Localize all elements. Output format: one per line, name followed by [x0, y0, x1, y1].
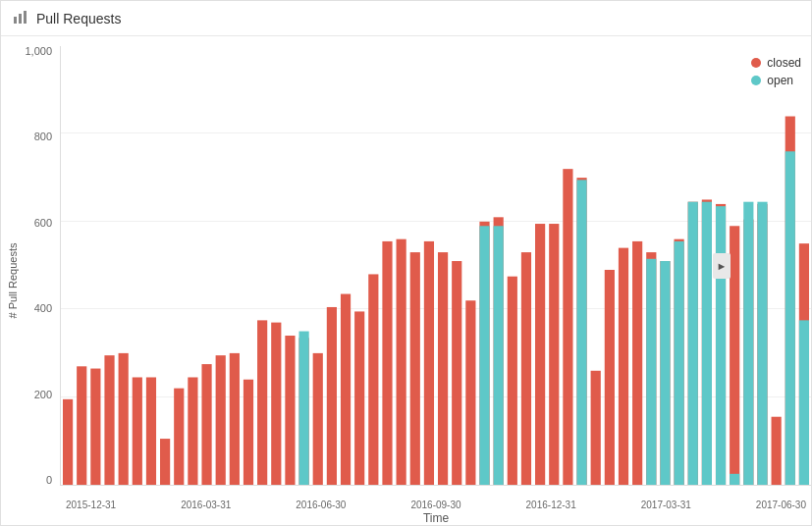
x-label-1: 2015-12-31	[66, 500, 116, 510]
svg-rect-10	[160, 439, 170, 485]
svg-rect-39	[521, 252, 531, 485]
y-label-200: 200	[34, 390, 52, 400]
svg-rect-37	[494, 226, 504, 485]
svg-rect-41	[549, 224, 559, 485]
svg-rect-46	[605, 270, 615, 485]
svg-rect-19	[285, 336, 295, 485]
svg-rect-6	[104, 355, 114, 485]
chart-body: # Pull Requests 1,000 800 600 400 200 0	[1, 36, 811, 525]
svg-rect-35	[479, 226, 489, 485]
expand-button[interactable]: ►	[713, 253, 731, 279]
x-title-label: Time	[423, 511, 449, 525]
svg-rect-30	[424, 241, 434, 485]
svg-rect-60	[716, 206, 726, 485]
svg-rect-67	[772, 417, 782, 485]
svg-rect-26	[368, 274, 378, 485]
x-label-5: 2016-12-31	[526, 500, 576, 510]
svg-rect-56	[688, 202, 698, 485]
svg-rect-64	[743, 202, 753, 485]
svg-rect-52	[660, 261, 670, 485]
x-label-7: 2017-06-30	[756, 500, 806, 510]
y-label-800: 800	[34, 132, 52, 142]
svg-rect-31	[438, 252, 448, 485]
svg-rect-2	[24, 11, 27, 24]
svg-rect-40	[535, 224, 545, 485]
svg-rect-23	[327, 307, 337, 485]
svg-rect-25	[354, 311, 364, 485]
y-label-600: 600	[34, 218, 52, 229]
svg-rect-7	[119, 353, 129, 485]
svg-rect-38	[508, 277, 517, 485]
svg-rect-9	[146, 377, 156, 485]
svg-rect-22	[313, 353, 323, 485]
svg-rect-58	[702, 202, 712, 485]
svg-rect-71	[799, 320, 809, 485]
svg-rect-62	[730, 474, 739, 485]
legend-item-open: open	[751, 74, 801, 87]
svg-rect-45	[591, 371, 601, 485]
bars-chart	[61, 46, 811, 485]
svg-rect-15	[230, 353, 240, 485]
svg-rect-13	[201, 364, 211, 485]
x-label-2: 2016-03-31	[181, 500, 231, 510]
legend-open-label: open	[767, 74, 793, 87]
y-label-1000: 1,000	[25, 46, 52, 57]
svg-rect-18	[271, 323, 281, 485]
svg-rect-66	[757, 202, 767, 485]
svg-rect-4	[77, 366, 86, 485]
x-axis-title: Time	[423, 508, 449, 526]
svg-rect-29	[410, 252, 420, 485]
svg-rect-32	[452, 261, 461, 485]
y-label-400: 400	[34, 303, 52, 314]
svg-rect-44	[576, 180, 586, 485]
legend: closed open	[751, 56, 801, 87]
y-label-0: 0	[46, 475, 52, 486]
svg-rect-28	[397, 239, 406, 485]
svg-rect-5	[90, 369, 100, 485]
svg-rect-33	[465, 300, 475, 485]
svg-rect-24	[341, 294, 351, 485]
chart-header: Pull Requests	[1, 1, 811, 36]
svg-rect-48	[632, 241, 642, 485]
legend-item-closed: closed	[751, 56, 801, 70]
y-axis: 1,000 800 600 400 200 0	[1, 46, 60, 486]
legend-closed-label: closed	[767, 56, 801, 70]
svg-rect-8	[133, 377, 142, 485]
svg-rect-3	[63, 399, 73, 485]
plot-area: 2015-12-31 2016-03-31 2016-06-30 2016-09…	[60, 46, 811, 486]
svg-rect-17	[257, 320, 267, 485]
x-label-3: 2016-06-30	[296, 500, 346, 510]
expand-icon: ►	[717, 260, 728, 272]
svg-rect-69	[785, 151, 795, 485]
chart-title: Pull Requests	[36, 11, 121, 26]
svg-rect-61	[730, 226, 739, 485]
svg-rect-12	[188, 377, 197, 485]
svg-rect-54	[674, 241, 683, 485]
open-dot	[751, 76, 761, 85]
svg-rect-42	[563, 169, 572, 485]
svg-rect-27	[382, 241, 392, 485]
closed-dot	[751, 58, 761, 68]
svg-rect-1	[19, 14, 22, 24]
svg-rect-21	[298, 332, 308, 485]
chart-container: Pull Requests # Pull Requests 1,000 800 …	[0, 0, 812, 526]
x-label-6: 2017-03-31	[641, 500, 691, 510]
svg-rect-14	[216, 355, 226, 485]
svg-rect-0	[14, 17, 17, 24]
svg-rect-11	[174, 389, 184, 485]
bar-chart-icon	[13, 9, 28, 28]
svg-rect-16	[244, 380, 253, 485]
svg-rect-50	[646, 259, 656, 485]
svg-rect-47	[619, 248, 628, 485]
